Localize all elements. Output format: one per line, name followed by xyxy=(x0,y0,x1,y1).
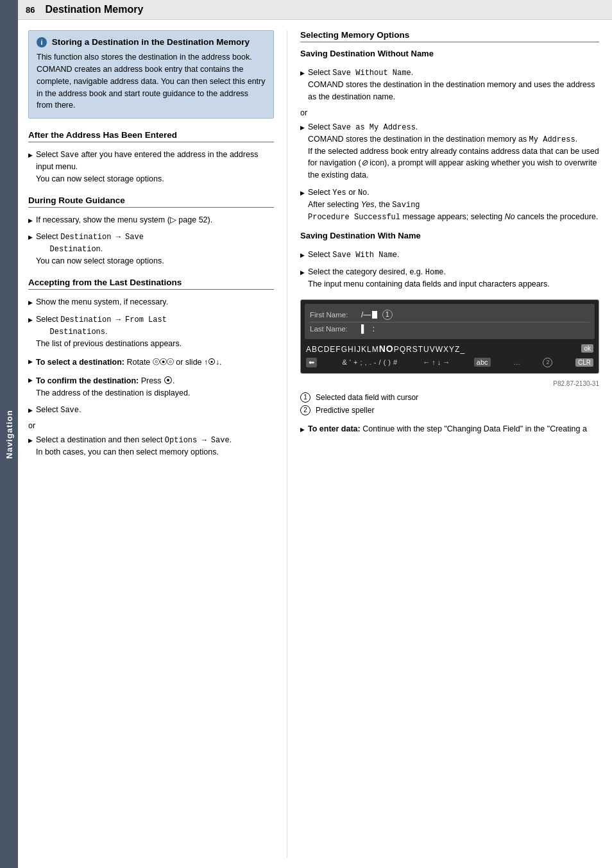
section-after-address-title: After the Address Has Been Entered xyxy=(28,130,274,142)
first-name-value: /— 1 xyxy=(361,310,590,320)
bullet-item: ▶ To select a destination: Rotate ⦾⦿⦾ or… xyxy=(28,355,274,369)
code-save2: Save xyxy=(60,406,79,415)
or-text: or xyxy=(300,108,599,117)
image-reference: P82.87-2130-31 xyxy=(300,380,599,387)
last-name-value: ▌ : xyxy=(361,324,590,333)
bullet-text: Select Save With Name. xyxy=(308,249,599,261)
right-column: Selecting Memory Options Saving Destinat… xyxy=(287,30,612,858)
arrow-icon: ▶ xyxy=(300,251,305,260)
num-badge-2: 2 xyxy=(543,358,552,367)
bullet-text: Select Save after you have entered the a… xyxy=(36,149,274,185)
code-dest: Destination → Save Destination xyxy=(36,233,144,254)
code-save-with: Save With Name xyxy=(332,251,397,260)
bullet-item: ▶ Select Destination → From Last Destina… xyxy=(28,313,274,350)
sub-note: The input menu containing data fields an… xyxy=(308,280,550,288)
legend-text-1: Selected data field with cursor xyxy=(316,393,418,402)
bullet-text: Select the category desired, e.g. Home. … xyxy=(308,266,599,290)
bullet-item: ▶ Select Save after you have entered the… xyxy=(28,149,274,185)
sidebar-label: Navigation xyxy=(4,410,14,458)
section-route-guidance-title: During Route Guidance xyxy=(28,196,274,208)
section-last-dest-title: Accepting from the Last Destinations xyxy=(28,278,274,290)
arrow-icon: ▶ xyxy=(28,316,33,325)
arrow-icon: ▶ xyxy=(28,217,33,226)
bullet-text: Select Destination → From Last Destinati… xyxy=(36,313,274,350)
sub-note: If the selected address book entry alrea… xyxy=(308,147,599,180)
code-save-without: Save Without Name xyxy=(332,69,411,78)
sub-note: In both cases, you can then select memor… xyxy=(36,447,219,456)
highlighted-n: N xyxy=(379,344,386,354)
info-icon: i xyxy=(37,37,47,47)
legend-num-2: 2 xyxy=(300,405,310,415)
bullet-text: Select Save Without Name. COMAND stores … xyxy=(308,67,599,103)
last-name-field: Last Name: ▌ : xyxy=(310,322,590,335)
code-options-save: Options → Save xyxy=(165,436,230,445)
bullet-text: Select Destination → Save Destination. Y… xyxy=(36,231,274,267)
ellipsis: … xyxy=(513,358,520,366)
legend-text-2: Predictive speller xyxy=(316,406,374,415)
legend-item-2: 2 Predictive speller xyxy=(300,405,599,415)
code-yes: Yes xyxy=(332,188,346,197)
section-memory-options-title: Selecting Memory Options xyxy=(300,30,599,42)
arrow-icon: ▶ xyxy=(300,189,305,198)
keyboard-special-row: ⬅ & ' + ; , . - / ( ) # ← ↑ ↓ → abc … 2 … xyxy=(305,356,595,369)
legend-num-1: 1 xyxy=(300,392,310,403)
bullet-item: ▶ Select Destination → Save Destination.… xyxy=(28,231,274,267)
clr-button[interactable]: CLR xyxy=(575,358,593,367)
code-from-last: Destination → From Last Destinations xyxy=(36,315,167,337)
sub-note: You can now select storage options. xyxy=(36,256,164,265)
keyboard-letters: ABCDEFGHIJKLMNOPQRSTUVWXYZ_ xyxy=(306,344,465,354)
ok-button[interactable]: ok xyxy=(581,344,593,353)
arrow-icon: ▶ xyxy=(28,233,33,242)
columns: i Storing a Destination in the Destinati… xyxy=(18,20,612,868)
bullet-item: ▶ Select Yes or No. After selecting Yes,… xyxy=(300,187,599,223)
bullet-text: Select Save. xyxy=(36,404,274,416)
sub-note: The address of the destination is displa… xyxy=(36,388,190,397)
sub-note: COMAND stores the destination in the des… xyxy=(308,80,595,101)
sub-note: The list of previous destinations appear… xyxy=(36,339,182,348)
first-name-label: First Name: xyxy=(310,311,361,319)
bold-to-enter: To enter data: xyxy=(308,424,361,433)
last-bullet-text: Continue with the step "Changing Data Fi… xyxy=(362,424,587,433)
arrow-icon: ▶ xyxy=(28,358,33,367)
last-bullet: ▶ To enter data: Continue with the step … xyxy=(300,423,599,435)
keyboard-specials: & ' + ; , . - / ( ) # xyxy=(342,358,397,366)
bullet-text: To select a destination: Rotate ⦾⦿⦾ or s… xyxy=(36,355,274,369)
section-save-with-name-title: Saving Destination With Name xyxy=(300,231,599,242)
page-number: 86 xyxy=(26,5,35,15)
arrow-icon: ▶ xyxy=(28,376,33,385)
code-home: Home xyxy=(425,268,444,277)
keyboard-fields: First Name: /— 1 Last Name: ▌ : xyxy=(305,304,595,339)
keyboard-letters-row: ABCDEFGHIJKLMNOPQRSTUVWXYZ_ ok xyxy=(305,342,595,356)
sidebar: Navigation xyxy=(0,0,18,868)
first-name-field: First Name: /— 1 xyxy=(310,308,590,322)
arrow-icon: ▶ xyxy=(300,426,305,435)
cursor-arrows: ← ↑ ↓ → xyxy=(423,358,450,366)
bullet-text: To confirm the destination: Press ⦿. The… xyxy=(36,374,274,399)
arrow-icon: ▶ xyxy=(300,69,305,78)
back-icon: ⬅ xyxy=(306,358,317,367)
info-box-title: i Storing a Destination in the Destinati… xyxy=(37,37,266,47)
section-save-without-name-title: Saving Destination Without Name xyxy=(300,49,599,60)
sub-note: COMAND stores the destination in the des… xyxy=(308,135,577,144)
main-content: 86 Destination Memory i Storing a Destin… xyxy=(18,0,612,868)
legend: 1 Selected data field with cursor 2 Pred… xyxy=(300,392,599,415)
bullet-item: ▶ To confirm the destination: Press ⦿. T… xyxy=(28,374,274,399)
abc-button[interactable]: abc xyxy=(474,358,491,367)
bold-label: To select a destination: xyxy=(36,358,124,367)
bullet-item: ▶ Select Save. xyxy=(28,404,274,416)
or-text: or xyxy=(28,421,274,430)
code-no: No xyxy=(358,188,367,197)
page-container: Navigation 86 Destination Memory i Stori… xyxy=(0,0,612,868)
arrow-icon: ▶ xyxy=(28,299,33,308)
legend-item-1: 1 Selected data field with cursor xyxy=(300,392,599,403)
arrow-icon: ▶ xyxy=(28,406,33,415)
bullet-text: Select a destination and then select Opt… xyxy=(36,434,274,458)
bold-label: To confirm the destination: xyxy=(36,376,139,385)
bullet-item: ▶ Select a destination and then select O… xyxy=(28,434,274,458)
bullet-text: To enter data: Continue with the step "C… xyxy=(308,423,599,435)
bullet-item: ▶ Select Save as My Address. COMAND stor… xyxy=(300,121,599,181)
left-column: i Storing a Destination in the Destinati… xyxy=(18,30,287,858)
bullet-item: ▶ Select Save With Name. xyxy=(300,249,599,261)
header-title: Destination Memory xyxy=(45,4,143,15)
header-bar: 86 Destination Memory xyxy=(18,0,612,20)
